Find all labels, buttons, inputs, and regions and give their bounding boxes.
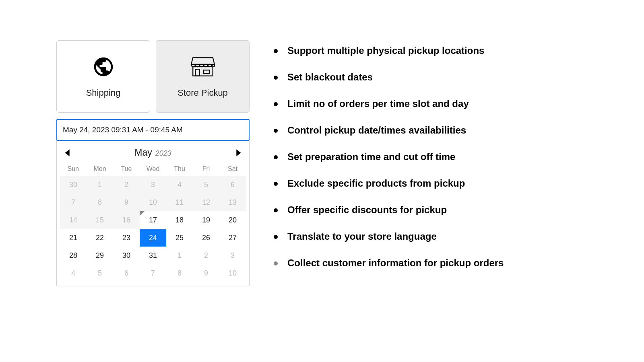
- calendar-day: 12: [193, 193, 219, 211]
- feature-text: Control pickup date/times availabilities: [287, 125, 466, 136]
- calendar-day[interactable]: 21: [60, 229, 87, 247]
- calendar-day-of-week: Mon: [87, 163, 113, 176]
- features-list: Support multiple physical pickup locatio…: [274, 40, 504, 322]
- store-pickup-label: Store Pickup: [178, 88, 228, 98]
- feature-text: Set blackout dates: [287, 72, 373, 83]
- feature-item: Set preparation time and cut off time: [274, 151, 504, 162]
- calendar: May 2023 SunMonTueWedThuFriSat3012345678…: [56, 141, 250, 286]
- calendar-day: 7: [140, 264, 166, 282]
- calendar-title: May 2023: [134, 147, 171, 158]
- bullet-icon: [274, 102, 278, 106]
- feature-text: Limit no of orders per time slot and day: [287, 98, 469, 109]
- feature-text: Exclude specific products from pickup: [287, 178, 465, 189]
- calendar-prev-button[interactable]: [64, 149, 70, 157]
- bullet-icon: [274, 261, 278, 265]
- feature-item: Translate to your store language: [274, 231, 504, 242]
- calendar-day: 9: [193, 264, 219, 282]
- bullet-icon: [274, 129, 278, 133]
- globe-icon: [92, 55, 115, 79]
- calendar-day[interactable]: 28: [60, 247, 87, 264]
- feature-item: Set blackout dates: [274, 72, 504, 83]
- feature-item: Exclude specific products from pickup: [274, 178, 504, 189]
- calendar-day[interactable]: 18: [166, 211, 193, 229]
- calendar-day-of-week: Sat: [219, 163, 246, 176]
- calendar-day[interactable]: 24: [140, 229, 166, 247]
- calendar-next-button[interactable]: [235, 149, 242, 157]
- calendar-day-of-week: Wed: [140, 163, 166, 176]
- calendar-day: 9: [113, 193, 140, 211]
- svg-rect-2: [204, 70, 209, 73]
- feature-text: Collect customer information for pickup …: [287, 257, 504, 269]
- datetime-input[interactable]: May 24, 2023 09:31 AM - 09:45 AM: [56, 119, 250, 141]
- calendar-day-of-week: Tue: [113, 163, 140, 176]
- bullet-icon: [274, 182, 278, 186]
- calendar-day[interactable]: 27: [219, 229, 246, 247]
- calendar-day: 11: [166, 193, 193, 211]
- calendar-day-of-week: Sun: [60, 163, 87, 176]
- calendar-month: May: [134, 147, 152, 158]
- calendar-day: 6: [219, 176, 246, 193]
- feature-item: Control pickup date/times availabilities: [274, 125, 504, 136]
- calendar-day: 10: [140, 193, 166, 211]
- calendar-day[interactable]: 26: [193, 229, 219, 247]
- bullet-icon: [274, 235, 278, 239]
- bullet-icon: [274, 76, 278, 80]
- calendar-day: 8: [166, 264, 193, 282]
- calendar-year: 2023: [155, 149, 171, 158]
- calendar-day: 10: [219, 264, 246, 282]
- calendar-day: 5: [193, 176, 219, 193]
- calendar-day: 3: [219, 247, 246, 264]
- calendar-day[interactable]: 17: [140, 211, 166, 229]
- calendar-day: 5: [87, 264, 113, 282]
- feature-text: Offer specific discounts for pickup: [287, 204, 447, 216]
- calendar-day[interactable]: 20: [219, 211, 246, 229]
- calendar-grid: SunMonTueWedThuFriSat3012345678910111213…: [60, 163, 246, 282]
- shipping-label: Shipping: [86, 88, 121, 98]
- left-panel: Shipping Store Pickup May 24, 2023 09:31…: [56, 40, 250, 322]
- calendar-day[interactable]: 29: [87, 247, 113, 264]
- feature-text: Translate to your store language: [287, 231, 437, 242]
- calendar-day: 7: [60, 193, 87, 211]
- svg-rect-1: [195, 69, 199, 76]
- calendar-day[interactable]: 19: [193, 211, 219, 229]
- feature-item: Offer specific discounts for pickup: [274, 204, 504, 216]
- calendar-day: 2: [113, 176, 140, 193]
- calendar-day: 1: [87, 176, 113, 193]
- feature-item: Support multiple physical pickup locatio…: [274, 45, 504, 56]
- calendar-day: 4: [60, 264, 87, 282]
- delivery-options: Shipping Store Pickup: [56, 40, 250, 113]
- calendar-day[interactable]: 25: [166, 229, 193, 247]
- calendar-day: 2: [193, 247, 219, 264]
- calendar-header: May 2023: [60, 145, 246, 163]
- calendar-day: 15: [87, 211, 113, 229]
- calendar-day-of-week: Thu: [166, 163, 193, 176]
- calendar-day: 16: [113, 211, 140, 229]
- calendar-day: 1: [166, 247, 193, 264]
- bullet-icon: [274, 155, 278, 159]
- calendar-day: 14: [60, 211, 87, 229]
- bullet-icon: [274, 208, 278, 212]
- feature-text: Support multiple physical pickup locatio…: [287, 45, 484, 56]
- calendar-day: 6: [113, 264, 140, 282]
- calendar-day[interactable]: 22: [87, 229, 113, 247]
- store-pickup-option-card[interactable]: Store Pickup: [156, 40, 250, 113]
- shipping-option-card[interactable]: Shipping: [56, 40, 150, 113]
- feature-item: Collect customer information for pickup …: [274, 257, 504, 269]
- calendar-day[interactable]: 31: [140, 247, 166, 264]
- calendar-day: 8: [87, 193, 113, 211]
- calendar-day: 30: [60, 176, 87, 193]
- calendar-day: 3: [140, 176, 166, 193]
- feature-item: Limit no of orders per time slot and day: [274, 98, 504, 109]
- calendar-day[interactable]: 23: [113, 229, 140, 247]
- store-icon: [190, 55, 216, 79]
- calendar-day-of-week: Fri: [193, 163, 219, 176]
- bullet-icon: [274, 49, 278, 53]
- calendar-day: 13: [219, 193, 246, 211]
- calendar-day: 4: [166, 176, 193, 193]
- calendar-day[interactable]: 30: [113, 247, 140, 264]
- feature-text: Set preparation time and cut off time: [287, 151, 455, 162]
